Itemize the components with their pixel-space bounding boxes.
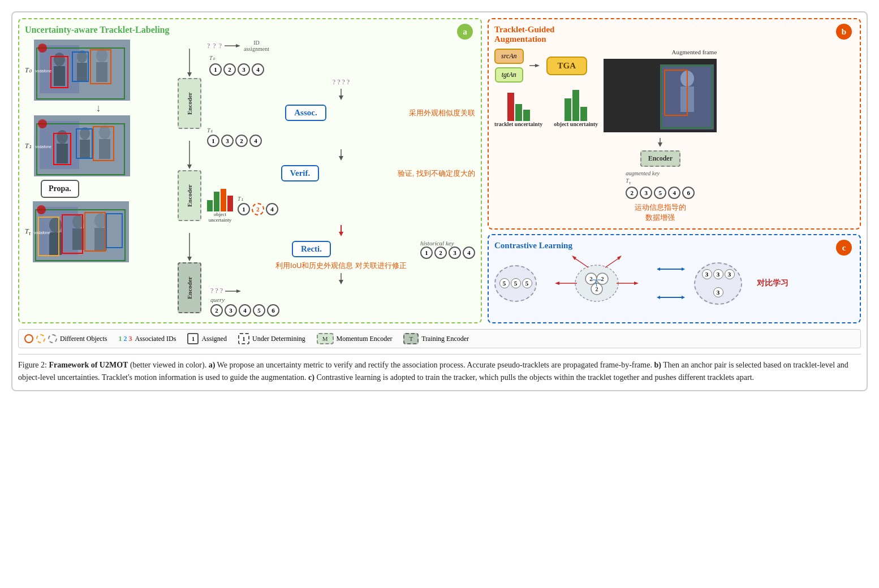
frame-t0: vodafone — [34, 40, 130, 101]
cluster-5-group: 5 5 5 — [494, 265, 537, 302]
t1-mid-ids: T₁ 1 2 4 — [238, 194, 278, 215]
svg-marker-47 — [187, 72, 192, 77]
right-bottom-panel: Contrastive Learning c 5 5 5 — [488, 234, 861, 323]
tga-left-section: srcAn tgtAn TGA — [494, 49, 598, 223]
bar-green2 — [214, 192, 219, 211]
svg-marker-65 — [535, 64, 540, 67]
legend-different-objects: Different Objects — [24, 334, 107, 343]
caption-prefix: Figure 2: — [18, 361, 49, 369]
svg-rect-24 — [99, 139, 110, 159]
id-box-t1-4: 4 — [249, 135, 262, 147]
svg-line-87 — [605, 258, 619, 267]
propa-row: Propa. — [25, 180, 172, 198]
chinese-recti: 利用IoU和历史外观信息 对关联进行修正 — [207, 261, 475, 271]
id-box-t1m-1: 1 — [238, 203, 250, 215]
t0-label-small: T₀ — [209, 53, 215, 62]
aug-id-4: 4 — [668, 187, 680, 199]
bar-green — [207, 200, 213, 211]
caption-c-label: c) — [308, 373, 314, 382]
svg-text:vodafone: vodafone — [35, 145, 51, 149]
id-box-2: 2 — [223, 63, 236, 76]
encoder-right: Encoder — [640, 150, 680, 167]
encoder-right-label: Encoder — [648, 154, 673, 162]
svg-point-14 — [38, 44, 47, 53]
t0-label: T₀ — [25, 66, 32, 75]
svg-marker-49 — [187, 165, 192, 169]
t1-mid-section: objectuncertainty T₁ 1 2 4 — [207, 186, 475, 223]
legend-momentum-encoder-box: M — [317, 333, 334, 344]
legend-momentum-encoder: M Momentum Encoder — [317, 333, 393, 344]
query-label: query — [210, 296, 475, 303]
chinese-assoc: 采用外观相似度关联 — [409, 108, 475, 118]
aug-id-2: 2 — [626, 187, 638, 199]
assoc-row: Assoc. 采用外观相似度关联 — [207, 102, 475, 123]
bar-o1 — [565, 98, 571, 121]
tracklet-bars — [507, 87, 530, 121]
cluster-2-center: 2 2 2 — [546, 255, 648, 312]
object-uncertainty-label: object uncertainty — [554, 121, 598, 127]
recti-box: Recti. — [292, 241, 331, 257]
main-container: Uncertainty-aware Tracklet-Labeling a T₀ — [11, 11, 868, 391]
recti-id-2: 2 — [434, 247, 447, 259]
svg-point-19 — [57, 130, 68, 144]
push-arrow-down — [657, 289, 685, 306]
t1-top-ids: 1 3 2 4 — [207, 135, 475, 147]
id-box-1: 1 — [209, 63, 222, 76]
id-box-t1-3: 3 — [221, 135, 234, 147]
legend-assigned-box: 1 — [187, 333, 199, 344]
svg-line-85 — [574, 258, 588, 267]
legend-training-encoder-label: Training Encoder — [421, 335, 469, 343]
tgtAn-box: tgtAn — [495, 67, 523, 83]
legend-underdetermining-box: 1 — [238, 333, 249, 344]
legend-circle-orange — [24, 334, 33, 343]
bar-o2 — [572, 90, 579, 121]
svg-rect-7 — [77, 63, 87, 81]
bar-orange — [221, 189, 226, 211]
enc-group-t0: Encoder — [178, 49, 201, 129]
frame-ttau: vodafone — [33, 201, 129, 262]
arrow-down-to-assoc — [207, 89, 475, 100]
legend-training-encoder: T Training Encoder — [403, 333, 469, 344]
legend-momentum-encoder-label: Momentum Encoder — [337, 335, 393, 343]
svg-marker-84 — [634, 282, 639, 285]
cluster-5-ellipse: 5 5 5 — [494, 265, 537, 302]
chinese-aug: 运动信息指导的 数据增强 — [635, 202, 686, 223]
encoder-col: Encoder Encoder Encoder — [175, 40, 204, 317]
ttau-ids: 2 3 4 5 6 — [210, 304, 475, 317]
svg-point-33 — [49, 218, 62, 232]
recti-ids-row: 1 2 3 4 — [420, 247, 475, 259]
question-marks-t0: ? ? ? — [207, 42, 222, 50]
arrow-to-enc-t1 — [185, 141, 194, 169]
svg-rect-34 — [49, 232, 62, 255]
caption-b-label: b) — [654, 361, 661, 369]
aug-key-label: augmented key — [626, 170, 660, 176]
left-panel-title: Uncertainty-aware Tracklet-Labeling — [25, 25, 475, 35]
legend-num-2: 2 — [123, 335, 127, 343]
encoder-t0: Encoder — [178, 78, 201, 129]
right-label-c: c — [836, 240, 852, 256]
ttau-query-section: ? ? ? query 2 3 4 5 6 — [210, 287, 475, 317]
id-box-t1-1: 1 — [207, 135, 219, 147]
object-bars — [565, 87, 587, 121]
src-tgt-boxes: srcAn tgtAn — [494, 49, 524, 83]
images-encoders-col: T₀ — [25, 40, 172, 317]
cluster-3-num-1: 3 — [702, 269, 712, 279]
legend-circle-dashed-gray — [48, 334, 57, 343]
legend-num-1: 1 — [118, 335, 122, 343]
t1-label: T₁ — [25, 142, 32, 150]
left-label-a: a — [457, 24, 473, 40]
bar-charts-row: tracklet uncertainty object uncertainty — [494, 87, 598, 127]
svg-marker-57 — [339, 156, 343, 161]
id-box-t1m-2-dashed: 2 — [252, 203, 264, 215]
svg-rect-5 — [54, 66, 65, 86]
tga-right-section: Augmented frame — [604, 49, 717, 223]
svg-point-23 — [99, 126, 110, 139]
bar-t1 — [507, 93, 514, 121]
contrastive-arrows-svg: 2 2 2 — [546, 255, 648, 312]
t0-id-section: ? ? ? IDassignment T₀ 1 2 3 4 — [207, 40, 475, 76]
ttau-id-5: 5 — [253, 304, 265, 317]
enc-group-ttau: Encoder — [178, 233, 201, 313]
chinese-contrastive: 对比学习 — [757, 278, 788, 288]
svg-rect-20 — [57, 144, 68, 163]
right-top-content: srcAn tgtAn TGA — [494, 49, 854, 223]
